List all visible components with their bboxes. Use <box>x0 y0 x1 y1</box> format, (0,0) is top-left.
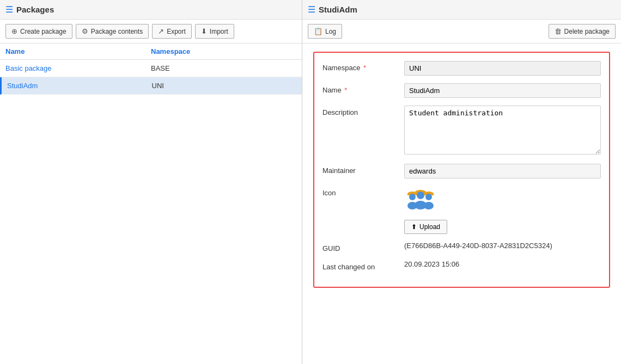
col-namespace-header: Namespace <box>151 47 296 55</box>
last-changed-label: Last changed on <box>322 260 399 271</box>
svg-point-7 <box>417 192 424 199</box>
namespace-required: * <box>363 64 366 72</box>
right-panel-title: StudiAdm <box>319 5 357 14</box>
svg-point-8 <box>425 194 432 200</box>
row-name: Basic package <box>5 64 151 72</box>
name-row: Name * <box>322 83 601 98</box>
last-changed-value: 20.09.2023 15:06 <box>404 260 601 268</box>
create-package-label: Create package <box>20 28 66 35</box>
menu-icon-right: ☰ <box>308 4 315 15</box>
name-field[interactable] <box>404 83 601 98</box>
icon-row: Icon <box>322 186 601 234</box>
maintainer-input[interactable] <box>404 164 601 178</box>
left-toolbar: ⊕ Create package ⚙ Package contents ↗ Ex… <box>0 20 302 44</box>
table-row[interactable]: StudiAdm UNI <box>0 77 302 95</box>
package-contents-button[interactable]: ⚙ Package contents <box>76 24 149 39</box>
delete-package-button[interactable]: 🗑 Delete package <box>549 24 616 39</box>
col-name-header: Name <box>5 47 151 55</box>
log-button[interactable]: 📋 Log <box>308 24 342 39</box>
upload-label: Upload <box>419 223 440 231</box>
maintainer-field[interactable] <box>404 164 601 178</box>
icon-preview <box>404 186 437 215</box>
package-table: Basic package BASE StudiAdm UNI <box>0 60 302 364</box>
maintainer-label: Maintainer <box>322 164 399 175</box>
icon-label: Icon <box>322 186 399 197</box>
guid-value: (E766D86B-A449-240D-8037-A2831D2C5324) <box>404 242 601 250</box>
row-namespace: BASE <box>151 64 296 72</box>
name-input[interactable] <box>404 83 601 98</box>
gear-icon: ⚙ <box>82 27 88 35</box>
package-contents-label: Package contents <box>91 28 143 35</box>
create-package-button[interactable]: ⊕ Create package <box>5 24 72 39</box>
plus-circle-icon: ⊕ <box>11 27 17 35</box>
last-changed-text: 20.09.2023 15:06 <box>404 257 459 268</box>
left-panel-header: ☰ Packages <box>0 0 302 20</box>
right-panel-header: ☰ StudiAdm <box>302 0 621 20</box>
upload-button[interactable]: ⬆ Upload <box>404 220 447 234</box>
people-icon <box>404 186 437 210</box>
description-field[interactable]: Student administration <box>404 106 601 156</box>
svg-point-11 <box>424 202 434 209</box>
row-namespace: UNI <box>152 82 297 90</box>
export-button[interactable]: ↗ Export <box>152 24 192 39</box>
description-textarea[interactable]: Student administration <box>404 106 601 155</box>
import-icon: ⬇ <box>201 27 207 35</box>
import-button[interactable]: ⬇ Import <box>195 24 234 39</box>
export-label: Export <box>167 28 186 35</box>
log-label: Log <box>325 28 336 35</box>
namespace-row: Namespace * <box>322 61 601 76</box>
export-icon: ↗ <box>158 27 164 35</box>
delete-package-label: Delete package <box>564 28 610 35</box>
left-panel-title: Packages <box>16 5 54 14</box>
name-required: * <box>344 86 347 94</box>
upload-icon: ⬆ <box>411 223 417 231</box>
last-changed-row: Last changed on 20.09.2023 15:06 <box>322 260 601 271</box>
maintainer-row: Maintainer <box>322 164 601 178</box>
icon-area: ⬆ Upload <box>404 186 601 234</box>
right-toolbar: 📋 Log 🗑 Delete package <box>302 20 621 44</box>
detail-area: Namespace * Name * <box>302 44 621 364</box>
import-label: Import <box>210 28 228 35</box>
guid-row: GUID (E766D86B-A449-240D-8037-A2831D2C53… <box>322 242 601 252</box>
name-label: Name * <box>322 83 399 94</box>
detail-box: Namespace * Name * <box>313 52 610 288</box>
description-row: Description Student administration <box>322 106 601 156</box>
namespace-input[interactable] <box>404 61 601 76</box>
menu-icon: ☰ <box>5 4 13 15</box>
guid-text: (E766D86B-A449-240D-8037-A2831D2C5324) <box>404 239 552 250</box>
right-panel: ☰ StudiAdm 📋 Log 🗑 Delete package Namesp… <box>302 0 621 364</box>
right-toolbar-left: 📋 Log <box>308 24 342 39</box>
description-label: Description <box>322 106 399 116</box>
icon-field: ⬆ Upload <box>404 186 601 234</box>
trash-icon: 🗑 <box>555 27 562 35</box>
svg-point-6 <box>409 194 416 200</box>
namespace-field[interactable] <box>404 61 601 76</box>
log-icon: 📋 <box>314 27 322 35</box>
namespace-label: Namespace * <box>322 61 399 72</box>
left-panel: ☰ Packages ⊕ Create package ⚙ Package co… <box>0 0 302 364</box>
table-header: Name Namespace <box>0 44 302 60</box>
table-row[interactable]: Basic package BASE <box>0 60 302 77</box>
guid-label: GUID <box>322 242 399 252</box>
row-name: StudiAdm <box>7 82 152 90</box>
